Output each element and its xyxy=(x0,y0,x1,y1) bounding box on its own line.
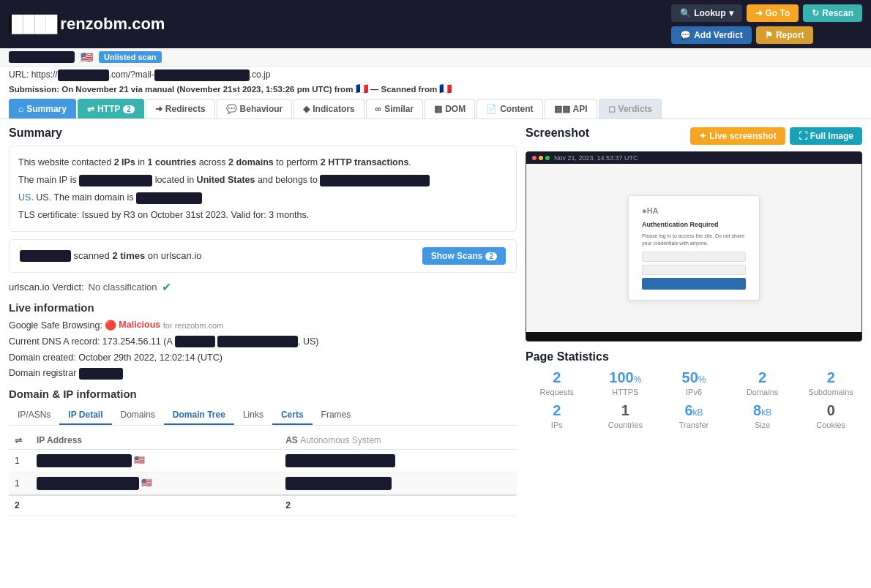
domain-ip-section: Domain & IP information IP/ASNs IP Detai… xyxy=(9,388,517,516)
stat-cookies-value: 0 xyxy=(799,402,862,419)
similar-icon: ∞ xyxy=(375,104,382,114)
col-num: ⇌ xyxy=(9,431,31,450)
expand-icon: ⛶ xyxy=(799,131,807,141)
tab-content[interactable]: 📄 Content xyxy=(476,99,542,118)
full-image-button[interactable]: ⛶ Full Image xyxy=(790,127,862,145)
verdicts-icon: ◻ xyxy=(608,104,616,114)
indicators-icon: ◆ xyxy=(303,104,310,114)
search-icon: 🔍 xyxy=(680,8,691,18)
add-verdict-button[interactable]: 💬 Add Verdict xyxy=(671,26,752,44)
dom-icon: ▦ xyxy=(434,104,442,114)
us-link[interactable]: US xyxy=(18,192,31,203)
tab-api[interactable]: ▦▦ API xyxy=(545,99,597,118)
summary-line3: US. US. The main domain is xyxy=(18,190,507,205)
stat-ipv6-value: 50% xyxy=(662,369,725,386)
verdict-row: urlscan.io Verdict: No classification ✔ xyxy=(9,280,517,294)
goto-button[interactable]: ➜ Go To xyxy=(747,4,799,22)
stat-ips-value: 2 xyxy=(526,402,588,419)
screenshot-actions: ✦ Live screenshot ⛶ Full Image xyxy=(690,127,862,145)
rescan-button[interactable]: ↻ Rescan xyxy=(803,4,862,22)
mock-input2 xyxy=(642,265,746,275)
page-stats: Page Statistics 2 Requests 100% HTTPS 50… xyxy=(526,350,862,429)
camera-icon: ✦ xyxy=(699,131,706,141)
tab-indicators[interactable]: ◆ Indicators xyxy=(294,99,364,118)
tab-dom[interactable]: ▦ DOM xyxy=(425,99,475,118)
stat-cookies-label: Cookies xyxy=(799,421,862,429)
check-circle-icon: ✔ xyxy=(162,280,171,294)
summary-line1: This website contacted 2 IPs in 1 countr… xyxy=(18,155,507,170)
subtab-frames[interactable]: Frames xyxy=(313,406,360,425)
tab-redirects[interactable]: ➜ Redirects xyxy=(146,99,215,118)
subtab-certs[interactable]: Certs xyxy=(272,406,313,425)
org-redacted xyxy=(320,175,430,186)
col-ip: IP Address xyxy=(31,431,280,450)
summary-box: This website contacted 2 IPs in 1 countr… xyxy=(9,146,517,232)
stat-transfer: 6kB Transfer xyxy=(662,402,725,429)
stat-domains: 2 Domains xyxy=(731,369,794,396)
dns-redacted1 xyxy=(175,336,215,347)
live-screenshot-button[interactable]: ✦ Live screenshot xyxy=(690,127,785,145)
url-line: URL: https://.com/?mail-.co.jp xyxy=(0,67,871,83)
stat-subdomains: 2 Subdomains xyxy=(799,369,862,396)
stat-size-value: 8kB xyxy=(731,402,794,419)
stat-https-value: 100% xyxy=(594,369,657,386)
mock-input1 xyxy=(642,252,746,262)
mock-submit-btn xyxy=(642,278,746,290)
redacted-id xyxy=(9,51,75,63)
page-stats-title: Page Statistics xyxy=(526,350,862,363)
stat-https-label: HTTPS xyxy=(594,388,657,396)
scan-count-text: scanned 2 times on urlscan.io xyxy=(20,250,202,263)
url-tld: .co.jp xyxy=(250,69,271,80)
ip-table: ⇌ IP Address AS Autonomous System 1 🇺🇸 1 xyxy=(9,431,517,516)
row1-num: 1 xyxy=(9,450,31,472)
subtab-ipdetail[interactable]: IP Detail xyxy=(59,406,111,425)
submission-line: Submission: On November 21 via manual (N… xyxy=(0,83,871,99)
tab-verdicts[interactable]: ◻ Verdicts xyxy=(599,99,662,118)
total-as: 2 xyxy=(280,495,517,516)
subtab-links[interactable]: Links xyxy=(234,406,272,425)
domain-ip-title: Domain & IP information xyxy=(9,388,517,400)
from-flag: 🇫🇷 xyxy=(356,83,368,94)
domain-ip-subtabs: IP/ASNs IP Detail Domains Domain Tree Li… xyxy=(9,406,517,426)
col-as: AS Autonomous System xyxy=(280,431,517,450)
browser-dots xyxy=(532,156,550,160)
stat-domains-label: Domains xyxy=(731,388,794,396)
screenshot-section: Screenshot ✦ Live screenshot ⛶ Full Imag… xyxy=(526,127,862,342)
tab-summary[interactable]: ⌂ Summary xyxy=(9,99,76,118)
stat-domains-value: 2 xyxy=(731,369,794,386)
screenshot-mock-dialog: ●HA Authentication Required Please log i… xyxy=(628,195,760,301)
url-domain-suffix: .com/?mail- xyxy=(109,69,154,80)
arrow-right-icon: ➜ xyxy=(755,8,763,18)
show-scans-button[interactable]: Show Scans 2 xyxy=(422,247,506,265)
stats-row2: 2 IPs 1 Countries 6kB Transfer xyxy=(526,402,862,429)
url-prefix: URL: https:// xyxy=(9,69,58,80)
flag-us-row2: 🇺🇸 xyxy=(141,478,152,488)
site-title: ███████████.comrenzobm.com xyxy=(9,15,165,34)
stat-ipv6-label: IPv6 xyxy=(662,388,725,396)
content-icon: 📄 xyxy=(486,104,497,114)
screenshot-timestamp: Nov 21, 2023, 14:53:37 UTC xyxy=(554,154,638,162)
subtab-ipasns[interactable]: IP/ASNs xyxy=(9,406,59,425)
tab-http[interactable]: ⇌ HTTP 2 xyxy=(78,99,144,118)
stat-subdomains-label: Subdomains xyxy=(799,388,862,396)
summary-line2: The main IP is located in United States … xyxy=(18,173,507,187)
comment-icon: 💬 xyxy=(680,30,691,40)
tab-behaviour[interactable]: 💬 Behaviour xyxy=(217,99,293,118)
ip2-redacted xyxy=(37,477,139,490)
subtab-domains[interactable]: Domains xyxy=(112,406,164,425)
report-button[interactable]: ⚑ Report xyxy=(756,26,813,44)
flag-icon: ⚑ xyxy=(765,30,773,40)
row2-ip: 🇺🇸 xyxy=(31,472,280,496)
lookup-button[interactable]: 🔍 Lookup ▾ xyxy=(671,4,741,22)
title-redacted: ████ xyxy=(9,15,60,33)
registrar-redacted xyxy=(79,368,123,380)
stat-ips: 2 IPs xyxy=(526,402,588,429)
scan-info-bar: 🇺🇸 Unlisted scan xyxy=(0,48,871,67)
stats-row1: 2 Requests 100% HTTPS 50% IPv6 2 xyxy=(526,369,862,396)
tab-similar[interactable]: ∞ Similar xyxy=(366,99,424,118)
subtab-domaintree[interactable]: Domain Tree xyxy=(164,406,234,425)
as1-redacted xyxy=(285,454,395,467)
stat-ipv6: 50% IPv6 xyxy=(662,369,725,396)
dns-row: Current DNS A record: 173.254.56.11 (A ,… xyxy=(9,335,517,349)
screenshot-topbar: Nov 21, 2023, 14:53:37 UTC xyxy=(526,152,861,164)
